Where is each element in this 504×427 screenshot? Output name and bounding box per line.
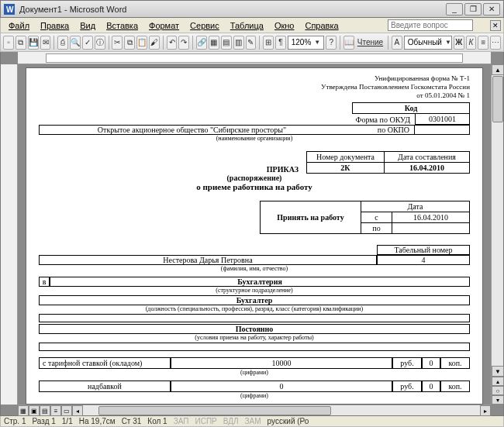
menu-edit[interactable]: Правка <box>36 19 74 32</box>
page: Унифицированная форма № Т-1 Утверждена П… <box>26 67 483 405</box>
cut-icon[interactable]: ✂ <box>112 36 123 50</box>
reading-label[interactable]: Чтение <box>356 38 385 46</box>
close-button[interactable]: ✕ <box>483 3 500 15</box>
scroll-left-icon[interactable]: ◂ <box>72 405 83 416</box>
maximize-button[interactable]: ❐ <box>464 3 482 15</box>
nadbavka-note: (цифрами) <box>39 392 470 399</box>
tab-num: 4 <box>377 255 470 265</box>
prev-page-icon[interactable]: ▴ <box>492 377 504 386</box>
scroll-right-icon[interactable]: ▸ <box>480 405 491 416</box>
nadbavka-value: 0 <box>171 381 392 392</box>
chevron-down-icon: ▼ <box>314 39 320 46</box>
fio-cell: Нестерова Дарья Петровна <box>39 255 377 265</box>
conditions-note: (условия приема на работу, характер рабо… <box>39 334 470 341</box>
style-select[interactable]: Обычный▼ <box>404 36 452 50</box>
undo-icon[interactable]: ↶ <box>167 36 178 50</box>
menu-insert[interactable]: Вставка <box>102 19 143 32</box>
view-normal-icon[interactable]: ▦ <box>18 405 29 416</box>
close-doc-button[interactable]: ✕ <box>490 20 501 31</box>
menu-bar: Файл Правка Вид Вставка Формат Сервис Та… <box>0 18 504 33</box>
help-icon[interactable]: ? <box>326 36 337 50</box>
italic-button[interactable]: К <box>466 36 477 50</box>
drawing-icon[interactable]: ✎ <box>246 36 257 50</box>
table-icon[interactable]: ▦ <box>209 36 219 50</box>
print-icon[interactable]: ⎙ <box>57 36 68 50</box>
spell-icon[interactable]: ✓ <box>82 36 93 50</box>
hscroll-thumb[interactable] <box>98 406 331 415</box>
para-icon[interactable]: ¶ <box>275 36 286 50</box>
dept-cell: Бухгалтерия <box>50 277 470 287</box>
status-pages: 1/1 <box>62 417 73 425</box>
menu-view[interactable]: Вид <box>75 19 100 32</box>
subtitle: о приеме работника на работу <box>39 182 470 191</box>
menu-table[interactable]: Таблица <box>226 19 268 32</box>
app-icon: W <box>4 4 15 15</box>
minimize-button[interactable]: _ <box>446 3 463 15</box>
accept-table: Принять на работуДата с16.04.2010 по <box>260 201 470 234</box>
menu-help[interactable]: Справка <box>300 19 343 32</box>
vertical-scrollbar[interactable]: ▲ ▼ ▴ ○ ▾ <box>491 64 503 405</box>
workspace: Унифицированная форма № Т-1 Утверждена П… <box>0 52 504 416</box>
map-icon[interactable]: ⊞ <box>263 36 274 50</box>
align-button[interactable]: ≡ <box>478 36 488 50</box>
doc-num-table: Номер документаДата составления 2К16.04.… <box>306 151 470 174</box>
help-search-input[interactable] <box>388 19 473 31</box>
title-bar: W Документ1 - Microsoft Word _ ❐ ✕ <box>0 0 504 18</box>
toolbar-overflow-icon[interactable]: ⋯ <box>490 36 501 50</box>
horizontal-scrollbar[interactable]: ▦ ▣ ▤ ≡ ▭ ◂ ▸ <box>18 405 491 415</box>
status-rec[interactable]: ЗАП <box>174 417 189 425</box>
menu-window[interactable]: Окно <box>270 19 299 32</box>
preview-icon[interactable]: 🔍 <box>70 36 81 50</box>
bold-button[interactable]: Ж <box>454 36 464 50</box>
scroll-up-icon[interactable]: ▲ <box>492 64 504 75</box>
view-reading-icon[interactable]: ▭ <box>61 405 72 416</box>
link-icon[interactable]: 🔗 <box>196 36 207 50</box>
status-ext[interactable]: ВДЛ <box>223 417 239 425</box>
rasporyazhenie: (распоряжение) <box>39 174 470 182</box>
menu-file[interactable]: Файл <box>4 19 34 32</box>
horizontal-ruler[interactable] <box>18 52 491 64</box>
zoom-select[interactable]: 120%▼ <box>288 36 325 50</box>
paste-icon[interactable]: 📋 <box>136 36 147 50</box>
salary-note: (цифрами) <box>39 369 470 376</box>
help-search[interactable] <box>388 19 473 31</box>
salary-label: с тарифной ставкой (окладом) <box>39 357 171 369</box>
menu-tools[interactable]: Сервис <box>185 19 224 32</box>
excel-icon[interactable]: ▤ <box>221 36 232 50</box>
scroll-thumb[interactable] <box>492 76 503 122</box>
nadbavka-row: надбавкой 0 руб. 0 коп. <box>39 381 470 392</box>
format-painter-icon[interactable]: 🖌 <box>149 36 160 50</box>
status-section: Разд 1 <box>32 417 55 425</box>
browse-object-icon[interactable]: ○ <box>492 386 504 395</box>
menu-format[interactable]: Формат <box>144 19 184 32</box>
fio-note: (фамилия, имя, отчество) <box>39 265 470 272</box>
status-fix[interactable]: ИСПР <box>195 417 216 425</box>
browse-nav: ▴ ○ ▾ <box>492 377 504 405</box>
empty-row-2 <box>39 343 470 351</box>
status-col: Кол 1 <box>147 417 167 425</box>
status-bar: Стр. 1 Разд 1 1/1 На 19,7см Ст 31 Кол 1 … <box>0 416 504 427</box>
next-page-icon[interactable]: ▾ <box>492 395 504 405</box>
new-doc-icon[interactable]: ▫ <box>3 36 14 50</box>
view-outline-icon[interactable]: ≡ <box>50 405 61 416</box>
save-icon[interactable]: 💾 <box>28 36 39 50</box>
mail-icon[interactable]: ✉ <box>40 36 51 50</box>
column-icon[interactable]: ▥ <box>233 36 244 50</box>
view-print-icon[interactable]: ▤ <box>40 405 50 416</box>
open-icon[interactable]: ⧉ <box>16 36 26 50</box>
document-area[interactable]: Унифицированная форма № Т-1 Утверждена П… <box>18 64 491 405</box>
tab-num-h: Табельный номер <box>377 245 470 255</box>
org-note: (наименование организации) <box>39 135 470 142</box>
okud-label: Форма по ОКУД <box>353 114 416 125</box>
view-web-icon[interactable]: ▣ <box>29 405 40 416</box>
conditions-cell: Постоянно <box>39 324 470 334</box>
scroll-down-icon[interactable]: ▼ <box>492 366 504 377</box>
status-repl[interactable]: ЗАМ <box>245 417 261 425</box>
font-format-icon[interactable]: A <box>392 36 402 50</box>
research-icon[interactable]: ⓘ <box>95 36 105 50</box>
redo-icon[interactable]: ↷ <box>178 36 189 50</box>
vertical-ruler[interactable] <box>1 64 18 405</box>
status-lang[interactable]: русский (Ро <box>268 417 309 425</box>
reading-icon[interactable]: 📖 <box>343 36 354 50</box>
copy-icon[interactable]: ⧉ <box>124 36 135 50</box>
